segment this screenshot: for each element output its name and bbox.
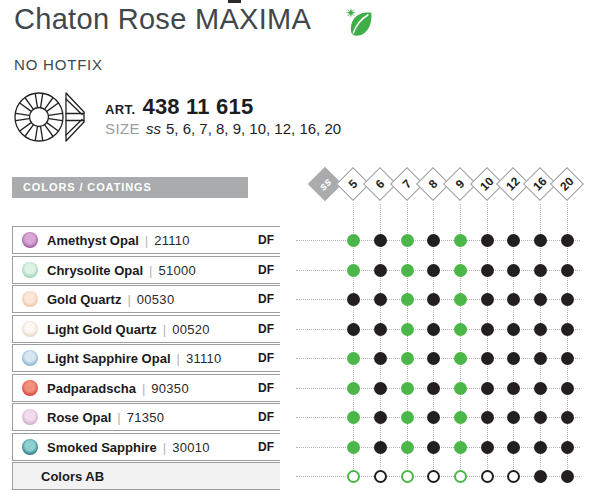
color-row: Chrysolite Opal | 51000 DF — [12, 256, 280, 284]
color-name: Light Sapphire Opal — [47, 351, 171, 366]
color-row: Gold Quartz | 00530 DF — [12, 285, 280, 313]
color-code: 00520 — [172, 322, 210, 337]
availability-dot-black — [561, 293, 574, 306]
availability-dot-black — [534, 323, 547, 336]
availability-dot-green — [401, 352, 414, 365]
availability-dot-green — [347, 382, 360, 395]
availability-dot-black — [374, 441, 387, 454]
availability-dot-black — [427, 411, 440, 424]
color-row: Smoked Sapphire | 30010 DF — [12, 433, 280, 461]
availability-dot-black-open — [374, 470, 387, 483]
color-row: Padparadscha | 90350 DF — [12, 374, 280, 402]
crystal-swatch-icon — [22, 262, 38, 278]
availability-dot-green — [401, 234, 414, 247]
availability-dot-black — [561, 234, 574, 247]
coating-label: DF — [258, 233, 274, 247]
availability-dot-black — [534, 234, 547, 247]
availability-dot-green — [401, 411, 414, 424]
separator: | — [145, 233, 148, 248]
crystal-swatch-icon — [22, 380, 38, 396]
availability-dot-black — [481, 264, 494, 277]
availability-dot-black — [507, 352, 520, 365]
availability-dot-black — [507, 293, 520, 306]
availability-dot-black — [374, 352, 387, 365]
separator: | — [163, 322, 166, 337]
color-name: Chrysolite Opal — [47, 263, 143, 278]
availability-dot-black — [534, 441, 547, 454]
availability-dot-black-open — [427, 470, 440, 483]
availability-dot-black — [507, 234, 520, 247]
availability-dot-black — [561, 411, 574, 424]
availability-dot-black — [561, 264, 574, 277]
color-code: 51000 — [158, 263, 196, 278]
art-number: 438 11 615 — [143, 94, 254, 120]
availability-dot-black — [507, 323, 520, 336]
availability-dot-black — [347, 293, 360, 306]
availability-dot-black — [534, 470, 547, 483]
availability-dot-black — [374, 382, 387, 395]
availability-dot-green — [454, 264, 467, 277]
availability-dot-black — [374, 411, 387, 424]
availability-dot-green — [401, 264, 414, 277]
availability-dot-black — [374, 323, 387, 336]
color-name: Gold Quartz — [47, 292, 121, 307]
size-range-line: SIZE ss 5, 6, 7, 8, 9, 10, 12, 16, 20 — [105, 120, 341, 137]
color-row: Light Sapphire Opal | 31110 DF — [12, 344, 280, 372]
availability-dot-black — [561, 323, 574, 336]
availability-dot-black — [374, 264, 387, 277]
availability-dot-black — [507, 264, 520, 277]
separator: | — [149, 263, 152, 278]
coating-label: DF — [258, 410, 274, 424]
size-values: 5, 6, 7, 8, 9, 10, 12, 16, 20 — [166, 120, 341, 137]
availability-dot-black — [481, 293, 494, 306]
color-code: 31110 — [186, 351, 222, 366]
availability-dot-green — [347, 441, 360, 454]
crystal-swatch-icon — [22, 350, 38, 366]
availability-dot-green — [454, 382, 467, 395]
availability-dot-black — [507, 382, 520, 395]
coating-label: DF — [258, 440, 274, 454]
availability-dot-black — [534, 352, 547, 365]
availability-dot-black — [427, 352, 440, 365]
availability-dot-green — [454, 352, 467, 365]
color-name: Rose Opal — [47, 410, 111, 425]
color-code: 00530 — [137, 292, 175, 307]
color-name: Smoked Sapphire — [47, 440, 157, 455]
availability-dot-green — [401, 293, 414, 306]
color-name: Amethyst Opal — [47, 233, 139, 248]
crystal-swatch-icon — [22, 291, 38, 307]
art-label: ART. — [105, 102, 136, 117]
size-label: SIZE — [105, 120, 140, 137]
availability-dot-black-open — [507, 470, 520, 483]
crystal-swatch-icon — [22, 321, 38, 337]
separator: | — [177, 351, 180, 366]
availability-dot-black — [481, 411, 494, 424]
availability-dot-black — [427, 323, 440, 336]
availability-dot-black — [374, 234, 387, 247]
crystal-swatch-icon — [22, 439, 38, 455]
availability-dot-green — [454, 323, 467, 336]
coating-label: DF — [258, 381, 274, 395]
availability-dot-green — [401, 441, 414, 454]
color-row: Rose Opal | 71350 DF — [12, 403, 280, 431]
color-row: Amethyst Opal | 21110 DF — [12, 226, 280, 254]
availability-dot-green — [347, 264, 360, 277]
availability-dot-black — [561, 352, 574, 365]
availability-dot-black — [427, 293, 440, 306]
coating-label: DF — [258, 322, 274, 336]
chaton-rose-top-and-side-view-icon — [13, 91, 93, 145]
availability-dot-black — [534, 264, 547, 277]
size-column-header: 20 — [550, 167, 584, 201]
availability-dot-black — [534, 382, 547, 395]
availability-dot-green — [347, 234, 360, 247]
color-code: 21110 — [154, 233, 190, 248]
availability-dot-black — [427, 234, 440, 247]
availability-dot-black — [481, 352, 494, 365]
availability-dot-black — [507, 411, 520, 424]
size-unit: ss — [146, 120, 161, 137]
color-row: Light Gold Quartz | 00520 DF — [12, 315, 280, 343]
availability-dot-black — [481, 323, 494, 336]
color-code: 30010 — [172, 440, 210, 455]
availability-dot-green — [454, 441, 467, 454]
catalog-page: Chaton Rose MAXIMA NO HOTFIX ART. 438 11… — [0, 0, 605, 502]
